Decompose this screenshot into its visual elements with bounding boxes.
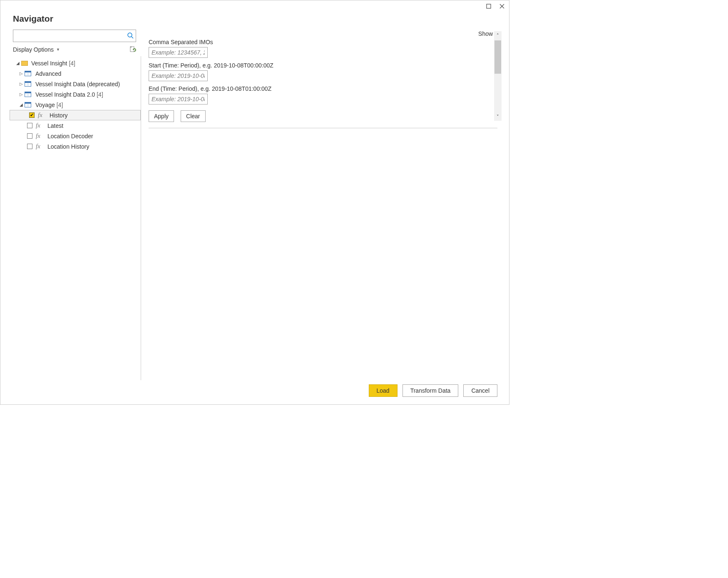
input-start[interactable]	[149, 70, 208, 81]
tree-label: Location History	[47, 143, 89, 150]
cancel-button[interactable]: Cancel	[463, 384, 497, 397]
tree-node-history[interactable]: ✔ fx History	[10, 110, 141, 120]
param-end: End (Time: Period), e.g. 2019-10-08T01:0…	[149, 85, 497, 105]
function-icon: fx	[36, 132, 43, 140]
tree-node-deprecated[interactable]: ▷ Vessel Insight Data (deprecated)	[8, 79, 141, 89]
function-icon: fx	[36, 143, 43, 150]
checkbox-unchecked[interactable]	[27, 123, 32, 128]
tree-label: Latest	[47, 122, 63, 129]
table-icon	[25, 81, 31, 87]
svg-line-4	[132, 37, 133, 38]
checkbox-unchecked[interactable]	[27, 144, 32, 149]
tree-node-voyage[interactable]: ◢ Voyage [4]	[8, 100, 141, 110]
dialog-title: Navigator	[13, 14, 497, 24]
content-area: Display Options ▼ ◢ Vessel Insigh	[0, 30, 509, 380]
apply-button[interactable]: Apply	[149, 110, 174, 122]
window-titlebar	[0, 0, 509, 11]
right-column: Show ▼ Comma Separated IMOs Start (Time:…	[141, 30, 502, 380]
table-icon	[25, 92, 31, 97]
right-toolbar: Show ▼	[141, 30, 502, 39]
display-options-label: Display Options	[13, 46, 54, 53]
tree-node-location-decoder[interactable]: fx Location Decoder	[8, 131, 141, 141]
maximize-icon	[486, 4, 491, 9]
search-row	[8, 30, 141, 42]
folder-icon	[21, 61, 28, 66]
expand-icon[interactable]: ▷	[19, 92, 24, 97]
function-icon: fx	[36, 122, 43, 129]
scroll-thumb[interactable]	[494, 40, 501, 74]
navigator-dialog: Navigator Display Options ▼	[0, 0, 509, 405]
transform-data-button[interactable]: Transform Data	[403, 384, 459, 397]
param-imos: Comma Separated IMOs	[149, 39, 497, 58]
param-label: Comma Separated IMOs	[149, 39, 497, 45]
clear-button[interactable]: Clear	[181, 110, 205, 122]
input-imos[interactable]	[149, 47, 208, 58]
maximize-button[interactable]	[484, 2, 493, 11]
tree-count: [4]	[97, 91, 103, 98]
tree-node-data20[interactable]: ▷ Vessel Insight Data 2.0 [4]	[8, 89, 141, 100]
tree-label: Voyage	[35, 102, 55, 108]
chevron-down-icon: ▼	[56, 47, 60, 52]
collapse-icon[interactable]: ◢	[15, 61, 20, 65]
scroll-up-icon[interactable]: ˄	[494, 31, 502, 40]
dialog-footer: Load Transform Data Cancel	[0, 380, 509, 404]
table-icon	[25, 71, 31, 76]
table-icon	[25, 102, 31, 107]
scrollbar[interactable]: ˄ ˅	[494, 31, 502, 121]
refresh-icon[interactable]	[129, 46, 136, 53]
load-button[interactable]: Load	[369, 384, 398, 397]
tree-count: [4]	[69, 60, 75, 67]
show-label: Show	[478, 30, 493, 37]
tree-node-latest[interactable]: fx Latest	[8, 120, 141, 131]
tree-label: History	[50, 112, 68, 119]
tree-node-location-history[interactable]: fx Location History	[8, 141, 141, 152]
tree-label: Advanced	[35, 70, 61, 77]
divider	[149, 128, 497, 128]
close-icon	[499, 4, 504, 9]
expand-icon[interactable]: ▷	[19, 82, 24, 86]
svg-rect-0	[487, 4, 491, 8]
parameters-panel: Comma Separated IMOs Start (Time: Period…	[141, 39, 502, 380]
scroll-down-icon[interactable]: ˅	[494, 112, 502, 121]
left-pane: Display Options ▼ ◢ Vessel Insigh	[8, 30, 141, 380]
search-icon[interactable]	[125, 32, 136, 40]
function-icon: fx	[38, 112, 45, 119]
param-label: Start (Time: Period), e.g. 2019-10-08T00…	[149, 62, 497, 69]
dialog-header: Navigator	[0, 11, 509, 30]
collapse-icon[interactable]: ◢	[19, 102, 24, 107]
param-buttons: Apply Clear	[149, 110, 497, 122]
tree-node-vessel-insight[interactable]: ◢ Vessel Insight [4]	[8, 58, 141, 68]
tree-label: Vessel Insight Data (deprecated)	[35, 81, 120, 87]
navigation-tree: ◢ Vessel Insight [4] ▷ Advanced ▷ Vessel…	[8, 56, 141, 380]
tree-node-advanced[interactable]: ▷ Advanced	[8, 68, 141, 79]
display-options-row: Display Options ▼	[8, 42, 141, 56]
search-box[interactable]	[13, 30, 136, 42]
right-pane: Show ▼ Comma Separated IMOs Start (Time:…	[141, 30, 502, 380]
input-end[interactable]	[149, 94, 208, 105]
tree-label: Vessel Insight	[31, 60, 67, 67]
expand-icon[interactable]: ▷	[19, 71, 24, 76]
display-options-dropdown[interactable]: Display Options ▼	[13, 46, 60, 53]
param-label: End (Time: Period), e.g. 2019-10-08T01:0…	[149, 85, 497, 92]
tree-count: [4]	[57, 102, 63, 108]
checkbox-unchecked[interactable]	[27, 133, 32, 139]
tree-label: Location Decoder	[47, 133, 93, 140]
close-button[interactable]	[497, 2, 507, 11]
param-start: Start (Time: Period), e.g. 2019-10-08T00…	[149, 62, 497, 81]
checkbox-checked[interactable]: ✔	[29, 112, 35, 118]
svg-point-3	[128, 33, 132, 37]
tree-label: Vessel Insight Data 2.0	[35, 91, 95, 98]
search-input[interactable]	[13, 32, 125, 39]
